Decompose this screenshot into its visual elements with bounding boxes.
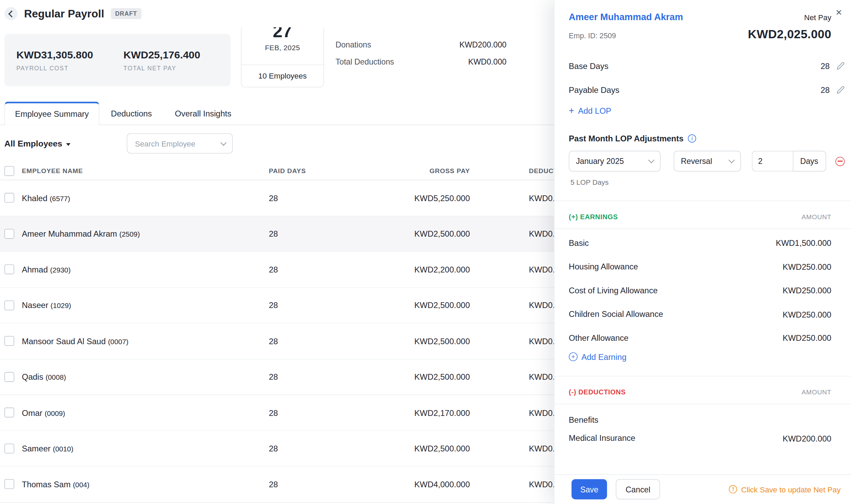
lop-type-select[interactable]: Reversal: [674, 151, 741, 172]
gross-pay-cell: KWD2,500.000: [351, 300, 470, 310]
employee-name: Thomas Sam: [22, 479, 71, 489]
row-checkbox[interactable]: [4, 265, 14, 275]
earning-row: Cost of Living Allowance KWD250.000: [569, 279, 832, 303]
back-button[interactable]: [4, 7, 17, 20]
edit-icon[interactable]: [836, 61, 845, 70]
table-row[interactable]: Omar (0009) 28 KWD2,170.000 KWD0.000: [0, 395, 645, 431]
employee-name-cell: Omar (0009): [22, 408, 269, 417]
edit-icon[interactable]: [836, 85, 845, 94]
gross-pay-cell: KWD2,170.000: [351, 408, 470, 417]
earnings-amount-header: AMOUNT: [801, 213, 831, 221]
earnings-header-row: (+) EARNINGS AMOUNT: [569, 213, 832, 221]
warning-text: Click Save to update Net Pay: [741, 485, 840, 494]
divider: [555, 404, 851, 404]
table-row[interactable]: Khaled (6577) 28 KWD5,250.000 KWD0.000: [0, 180, 645, 216]
warning-icon: !: [729, 485, 737, 493]
deductions-amount-header: AMOUNT: [801, 388, 831, 396]
summary-totals: Donations KWD200.000 Total Deductions KW…: [335, 36, 506, 70]
summary-total-row: Total Deductions KWD0.000: [335, 53, 506, 70]
employee-name: Qadis: [22, 372, 43, 381]
paid-days-cell: 28: [269, 444, 351, 453]
table-row[interactable]: Ameer Muhammad Akram (2509) 28 KWD2,500.…: [0, 216, 645, 252]
employee-table: EMPLOYEE NAME PAID DAYS GROSS PAY DEDUCT…: [0, 162, 645, 503]
employee-count: 10 Employees: [241, 65, 323, 87]
status-badge: DRAFT: [111, 8, 141, 19]
remove-lop-icon[interactable]: [835, 156, 845, 166]
employee-name: Omar: [22, 408, 42, 417]
lop-days-input[interactable]: [752, 151, 793, 172]
row-checkbox[interactable]: [4, 444, 14, 453]
table-row[interactable]: Ahmad (2930) 28 KWD2,200.000 KWD0.000: [0, 252, 645, 288]
lop-days-group: Days: [752, 151, 826, 172]
table-row[interactable]: Naseer (1029) 28 KWD2,500.000 KWD0.000: [0, 288, 645, 323]
tab-label: Deductions: [111, 109, 152, 118]
divider: [555, 376, 851, 376]
gross-pay-cell: KWD2,500.000: [351, 336, 470, 346]
divider: [555, 200, 851, 201]
cancel-button[interactable]: Cancel: [616, 479, 660, 499]
total-value: KWD200.000: [459, 40, 506, 49]
row-checkbox[interactable]: [4, 408, 14, 418]
table-row[interactable]: Sameer (0010) 28 KWD2,500.000 KWD0.000: [0, 431, 645, 467]
employee-name-cell: Sameer (0010): [22, 444, 269, 453]
table-row[interactable]: Mansoor Saud Al Saud (0007) 28 KWD2,500.…: [0, 323, 645, 359]
info-icon[interactable]: i: [688, 135, 696, 143]
employee-filter-dropdown[interactable]: All Employees: [4, 139, 71, 149]
row-checkbox[interactable]: [4, 193, 14, 203]
row-checkbox[interactable]: [4, 479, 14, 489]
deduction-amount: KWD200.000: [783, 434, 832, 443]
employee-name: Ahmad: [22, 265, 48, 274]
net-pay-value: KWD2,025.000: [748, 27, 832, 42]
gross-pay-cell: KWD2,500.000: [351, 444, 470, 453]
paid-days-cell: 28: [269, 193, 351, 202]
paid-days-cell: 28: [269, 229, 351, 238]
row-checkbox[interactable]: [4, 229, 14, 239]
lop-month-select[interactable]: January 2025: [569, 151, 661, 172]
chevron-down-icon: [728, 157, 735, 163]
column-header-employee-name: EMPLOYEE NAME: [22, 167, 269, 174]
summary-stat: KWD31,305.800 PAYROLL COST: [16, 49, 124, 71]
employee-id: (2930): [50, 266, 71, 274]
row-checkbox[interactable]: [4, 372, 14, 382]
employee-name-cell: Naseer (1029): [22, 300, 269, 310]
gross-pay-cell: KWD2,200.000: [351, 265, 470, 274]
table-row[interactable]: Qadis (0008) 28 KWD2,500.000 KWD0.000: [0, 359, 645, 395]
pay-month: FEB, 2025: [265, 44, 300, 52]
table-row[interactable]: Thomas Sam (004) 28 KWD4,000.000 KWD0.00…: [0, 466, 645, 502]
caret-down-icon: [66, 143, 71, 145]
close-icon[interactable]: ✕: [832, 4, 846, 21]
earning-label: Children Social Allowance: [569, 308, 663, 320]
tab[interactable]: Overall Insights: [163, 102, 243, 125]
add-earning-link[interactable]: + Add Earning: [569, 352, 627, 361]
employee-name: Sameer: [22, 444, 51, 453]
deduction-row: Medical Insurance KWD200.000: [569, 426, 832, 450]
paid-days-cell: 28: [269, 408, 351, 417]
earning-amount: KWD250.000: [783, 262, 832, 271]
select-all-checkbox[interactable]: [4, 166, 14, 176]
earning-label: Cost of Living Allowance: [569, 284, 658, 297]
save-button[interactable]: Save: [572, 479, 607, 499]
stat-label: TOTAL NET PAY: [124, 65, 231, 71]
tab[interactable]: Employee Summary: [4, 102, 99, 125]
column-header-paid-days: PAID DAYS: [269, 167, 351, 174]
employee-detail-panel: ✕ Ameer Muhammad Akram Net Pay Emp. ID: …: [554, 0, 851, 504]
lop-section-title: Past Month LOP Adjustments: [569, 134, 684, 143]
employee-name-cell: Ameer Muhammad Akram (2509): [22, 229, 269, 238]
employee-filter-label: All Employees: [4, 139, 62, 149]
search-input[interactable]: [134, 139, 221, 149]
lop-type-value: Reversal: [681, 157, 712, 166]
row-checkbox[interactable]: [4, 336, 14, 346]
employee-id: (0009): [45, 409, 65, 417]
employee-search[interactable]: [127, 133, 233, 153]
earning-amount: KWD250.000: [783, 333, 832, 342]
earning-label: Other Allowance: [569, 332, 629, 344]
row-checkbox[interactable]: [4, 300, 14, 310]
plus-circle-icon: +: [569, 352, 578, 361]
employee-id: (6577): [50, 194, 70, 202]
employee-name-link[interactable]: Ameer Muhammad Akram: [569, 12, 683, 23]
tab[interactable]: Deductions: [99, 102, 163, 125]
net-pay-label: Net Pay: [804, 13, 832, 22]
summary-total-row: Donations KWD200.000: [335, 36, 506, 53]
panel-header: Ameer Muhammad Akram Net Pay Emp. ID: 25…: [555, 0, 851, 42]
add-lop-link[interactable]: + Add LOP: [569, 106, 612, 115]
